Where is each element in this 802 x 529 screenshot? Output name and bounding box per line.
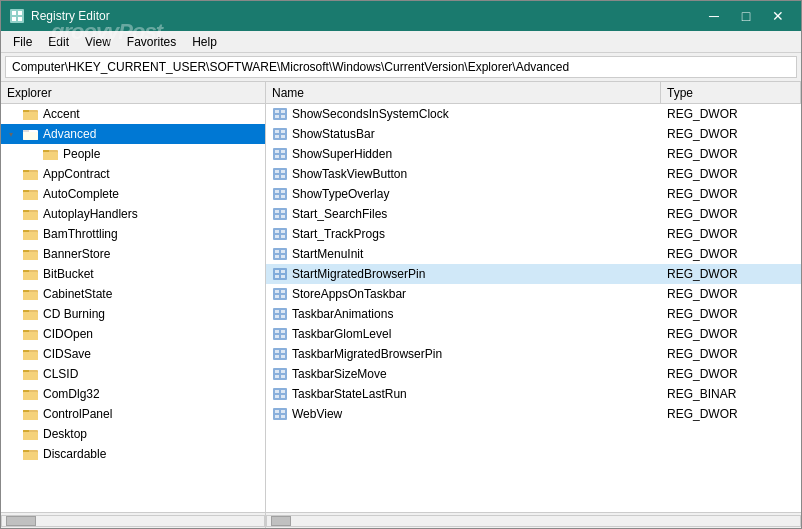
tree-item[interactable]: ComDlg32 — [1, 384, 265, 404]
cell-type: REG_DWOR — [661, 187, 801, 201]
list-row[interactable]: TaskbarGlomLevelREG_DWOR — [266, 324, 801, 344]
registry-value-icon — [272, 187, 288, 201]
svg-rect-62 — [275, 115, 279, 118]
svg-rect-74 — [273, 168, 287, 180]
expand-arrow-icon[interactable]: ▾ — [9, 130, 23, 139]
svg-rect-6 — [23, 110, 29, 112]
tree-item-label: BitBucket — [43, 267, 94, 281]
svg-rect-31 — [23, 272, 38, 280]
svg-rect-92 — [275, 235, 279, 238]
svg-rect-106 — [281, 290, 285, 293]
tree-item[interactable]: CD Burning — [1, 304, 265, 324]
folder-icon — [23, 307, 39, 321]
menu-item-view[interactable]: View — [77, 33, 119, 51]
list-row[interactable]: TaskbarAnimationsREG_DWOR — [266, 304, 801, 324]
tree-item[interactable]: AutoplayHandlers — [1, 204, 265, 224]
svg-rect-27 — [23, 250, 29, 252]
tree-item-label: AutoplayHandlers — [43, 207, 138, 221]
svg-rect-118 — [281, 335, 285, 338]
list-row[interactable]: ShowTaskViewButtonREG_DWOR — [266, 164, 801, 184]
tree-item-label: Accent — [43, 107, 80, 121]
registry-entry-name: TaskbarMigratedBrowserPin — [292, 347, 442, 361]
list-row[interactable]: Start_SearchFilesREG_DWOR — [266, 204, 801, 224]
list-row[interactable]: StoreAppsOnTaskbarREG_DWOR — [266, 284, 801, 304]
registry-value-icon — [272, 127, 288, 141]
tree-item[interactable]: CIDOpen — [1, 324, 265, 344]
tree-item[interactable]: BamThrottling — [1, 224, 265, 244]
svg-rect-65 — [275, 130, 279, 133]
registry-value-icon — [272, 107, 288, 121]
svg-rect-66 — [281, 130, 285, 133]
svg-rect-1 — [12, 11, 16, 15]
list-row[interactable]: ShowTypeOverlayREG_DWOR — [266, 184, 801, 204]
svg-rect-109 — [273, 308, 287, 320]
col-header-name[interactable]: Name — [266, 82, 661, 103]
menu-item-edit[interactable]: Edit — [40, 33, 77, 51]
tree-item[interactable]: ▾ Advanced — [1, 124, 265, 144]
maximize-button[interactable]: □ — [731, 5, 761, 27]
list-row[interactable]: ShowSuperHiddenREG_DWOR — [266, 144, 801, 164]
svg-rect-113 — [281, 315, 285, 318]
svg-rect-75 — [275, 170, 279, 173]
list-row[interactable]: TaskbarStateLastRunREG_BINAR — [266, 384, 801, 404]
tree-item-label: ComDlg32 — [43, 387, 100, 401]
address-bar[interactable]: Computer\HKEY_CURRENT_USER\SOFTWARE\Micr… — [5, 56, 797, 78]
list-row[interactable]: ShowStatusBarREG_DWOR — [266, 124, 801, 144]
list-header: Name Type — [266, 82, 801, 104]
menu-item-favorites[interactable]: Favorites — [119, 33, 184, 51]
svg-rect-33 — [23, 290, 29, 292]
tree-panel: Explorer Accent▾ Advanced People AppCont… — [1, 82, 266, 528]
svg-rect-24 — [23, 230, 29, 232]
svg-rect-72 — [275, 155, 279, 158]
svg-rect-100 — [275, 270, 279, 273]
svg-rect-115 — [275, 330, 279, 333]
svg-rect-25 — [23, 232, 38, 240]
svg-rect-91 — [281, 230, 285, 233]
list-content[interactable]: ShowSecondsInSystemClockREG_DWOR ShowSta… — [266, 104, 801, 512]
minimize-button[interactable]: ─ — [699, 5, 729, 27]
svg-rect-95 — [275, 250, 279, 253]
tree-item[interactable]: BannerStore — [1, 244, 265, 264]
tree-item-label: CD Burning — [43, 307, 105, 321]
col-header-type[interactable]: Type — [661, 82, 801, 103]
tree-item[interactable]: Accent — [1, 104, 265, 124]
cell-type: REG_DWOR — [661, 307, 801, 321]
tree-item[interactable]: People — [1, 144, 265, 164]
menu-item-help[interactable]: Help — [184, 33, 225, 51]
menu-item-file[interactable]: File — [5, 33, 40, 51]
svg-rect-22 — [23, 212, 38, 220]
close-button[interactable]: ✕ — [763, 5, 793, 27]
svg-rect-13 — [43, 152, 58, 160]
tree-item[interactable]: CabinetState — [1, 284, 265, 304]
tree-content[interactable]: Accent▾ Advanced People AppContract Auto… — [1, 104, 265, 512]
svg-rect-10 — [23, 132, 38, 140]
tree-item[interactable]: Desktop — [1, 424, 265, 444]
tree-item-label: CIDOpen — [43, 327, 93, 341]
svg-rect-136 — [281, 410, 285, 413]
tree-item[interactable]: AutoComplete — [1, 184, 265, 204]
tree-item[interactable]: AppContract — [1, 164, 265, 184]
svg-rect-131 — [281, 390, 285, 393]
cell-name: Start_TrackProgs — [266, 227, 661, 241]
list-row[interactable]: WebViewREG_DWOR — [266, 404, 801, 424]
list-row[interactable]: Start_TrackProgsREG_DWOR — [266, 224, 801, 244]
registry-entry-name: ShowTaskViewButton — [292, 167, 407, 181]
registry-entry-name: StartMenuInit — [292, 247, 363, 261]
tree-scroll-bottom — [1, 512, 265, 528]
registry-entry-name: ShowSuperHidden — [292, 147, 392, 161]
tree-item[interactable]: CLSID — [1, 364, 265, 384]
list-row[interactable]: StartMigratedBrowserPinREG_DWOR — [266, 264, 801, 284]
tree-item[interactable]: ControlPanel — [1, 404, 265, 424]
svg-rect-94 — [273, 248, 287, 260]
list-row[interactable]: StartMenuInitREG_DWOR — [266, 244, 801, 264]
list-row[interactable]: TaskbarSizeMoveREG_DWOR — [266, 364, 801, 384]
tree-item[interactable]: CIDSave — [1, 344, 265, 364]
cell-name: ShowTaskViewButton — [266, 167, 661, 181]
list-row[interactable]: ShowSecondsInSystemClockREG_DWOR — [266, 104, 801, 124]
tree-item[interactable]: Discardable — [1, 444, 265, 464]
registry-entry-name: StoreAppsOnTaskbar — [292, 287, 406, 301]
list-row[interactable]: TaskbarMigratedBrowserPinREG_DWOR — [266, 344, 801, 364]
svg-rect-78 — [281, 175, 285, 178]
tree-item[interactable]: BitBucket — [1, 264, 265, 284]
svg-rect-9 — [23, 130, 29, 132]
